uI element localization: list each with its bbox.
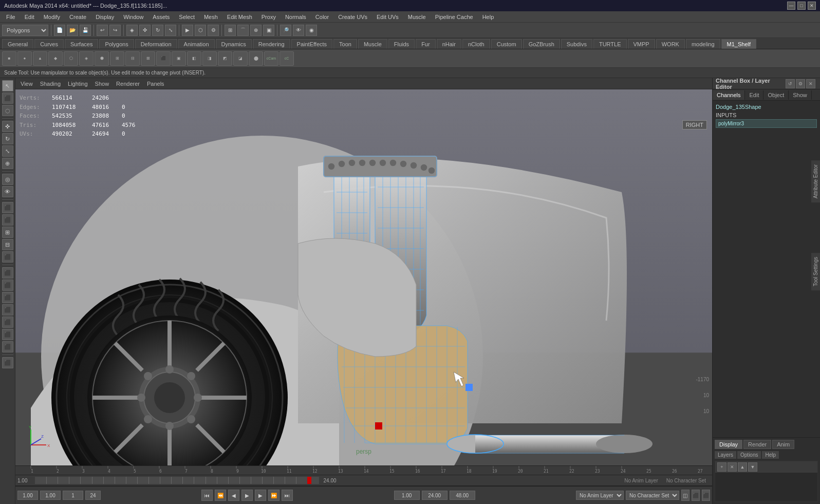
tool-opt-lt[interactable]: ⬛ <box>2 251 13 263</box>
anim-layer-dropdown[interactable]: No Anim Layer <box>576 491 624 500</box>
shelf-tab-painteffects[interactable]: PaintEffects <box>291 39 333 49</box>
menu-create-uvs[interactable]: Create UVs <box>334 13 371 21</box>
ipr-render-icon[interactable]: ⬡ <box>195 25 206 36</box>
layer-up-icon[interactable]: ▲ <box>738 462 747 472</box>
range-end-input[interactable] <box>450 491 475 500</box>
menu-file[interactable]: File <box>2 13 20 21</box>
snap-grid-icon[interactable]: ⊞ <box>225 25 236 36</box>
paint-lt[interactable]: ⬛ <box>2 341 13 352</box>
menu-edit-uvs[interactable]: Edit UVs <box>372 13 403 21</box>
snap-surface-icon[interactable]: ▣ <box>263 25 274 36</box>
shelf-tab-custom[interactable]: Custom <box>491 39 522 49</box>
menu-mesh[interactable]: Mesh <box>200 13 222 21</box>
menu-help[interactable]: Help <box>478 13 498 21</box>
next-key-button[interactable]: ⏩ <box>268 490 279 501</box>
snap-point-icon[interactable]: ⊕ <box>250 25 262 36</box>
menu-pipeline-cache[interactable]: Pipeline Cache <box>431 13 477 21</box>
shelf-tab-nhair[interactable]: nHair <box>437 39 461 49</box>
shelf-tab-gozbrush[interactable]: GoZBrush <box>523 39 560 49</box>
close-button[interactable]: ✕ <box>808 2 816 10</box>
br-option-options[interactable]: Options <box>737 451 761 459</box>
menu-normals[interactable]: Normals <box>281 13 310 21</box>
3d-viewport[interactable]: Verts: 566114 24206 Edges: 1107418 48016… <box>15 89 712 465</box>
shelf-tab-surfaces[interactable]: Surfaces <box>65 39 98 49</box>
menu-muscle[interactable]: Muscle <box>404 13 430 21</box>
shelf-tab-subdivs[interactable]: Subdivs <box>561 39 592 49</box>
menu-window[interactable]: Window <box>119 13 147 21</box>
vp-show-menu[interactable]: Show <box>92 80 113 88</box>
shelf-icon-15[interactable]: ◩ <box>218 51 232 66</box>
ch-tab-channels[interactable]: Channels <box>713 90 745 100</box>
extrude-lt[interactable]: ⬛ <box>2 316 13 328</box>
vp-panels-menu[interactable]: Panels <box>144 80 167 88</box>
ch-tab-object[interactable]: Object <box>763 90 789 100</box>
vp-lighting-menu[interactable]: Lighting <box>65 80 91 88</box>
shelf-tab-turtle[interactable]: TURTLE <box>593 39 627 49</box>
vp-view-menu[interactable]: View <box>17 80 36 88</box>
br-option-help[interactable]: Help <box>762 451 779 459</box>
shelf-tab-dynamics[interactable]: Dynamics <box>216 39 252 49</box>
grid-lt[interactable]: ⊞ <box>2 227 13 238</box>
br-option-layers[interactable]: Layers <box>715 451 736 459</box>
menu-assets[interactable]: Assets <box>148 13 174 21</box>
paint-select-icon[interactable]: ⬛ <box>2 92 13 104</box>
select-tool-icon[interactable]: ◈ <box>126 25 138 36</box>
br-tab-display[interactable]: Display <box>715 440 742 449</box>
new-scene-icon[interactable]: 📄 <box>54 25 65 36</box>
menu-display[interactable]: Display <box>91 13 118 21</box>
vp-shading-menu[interactable]: Shading <box>37 80 64 88</box>
cut-lt[interactable]: ⬛ <box>2 329 13 340</box>
menu-edit[interactable]: Edit <box>21 13 39 21</box>
ch-icon-3[interactable]: ✕ <box>806 79 815 88</box>
shelf-icon-9[interactable]: ⊟ <box>125 51 140 66</box>
shelf-tab-vmpp[interactable]: VMPP <box>628 39 655 49</box>
shelf-tab-general[interactable]: General <box>2 39 33 49</box>
ch-icon-1[interactable]: ↺ <box>786 79 795 88</box>
universal-tool-lt[interactable]: ⊕ <box>2 158 13 169</box>
range-start-input[interactable] <box>422 491 448 500</box>
snap-curve-icon[interactable]: ⌒ <box>237 25 249 36</box>
next-frame-button[interactable]: ▶ <box>255 490 266 501</box>
shelf-icon-5[interactable]: ⬡ <box>64 51 78 66</box>
shelf-icon-cc[interactable]: cC <box>279 51 294 66</box>
shelf-tab-fluids[interactable]: Fluids <box>388 39 415 49</box>
br-tab-anim[interactable]: Anim <box>772 440 794 449</box>
shelf-tab-m1shelf[interactable]: M1_Shelf <box>721 39 756 49</box>
shelf-tab-animation[interactable]: Animation <box>178 39 215 49</box>
shelf-icon-16[interactable]: ◪ <box>233 51 248 66</box>
lasso-select-icon[interactable]: ◌ <box>2 105 13 116</box>
render-lt[interactable]: ⬛ <box>2 214 13 226</box>
shelf-icon-3[interactable]: ▲ <box>33 51 47 66</box>
shelf-tab-modeling[interactable]: modeling <box>686 39 720 49</box>
render-icon[interactable]: ▶ <box>182 25 193 36</box>
crease-lt[interactable]: ⬛ <box>2 267 13 278</box>
menu-select[interactable]: Select <box>175 13 199 21</box>
vp-renderer-menu[interactable]: Renderer <box>113 80 143 88</box>
undo-icon[interactable]: ↩ <box>97 25 108 36</box>
bc-icon-1[interactable]: ◫ <box>681 490 689 501</box>
redo-icon[interactable]: ↪ <box>109 25 121 36</box>
shelf-icon-7[interactable]: ⬢ <box>95 51 109 66</box>
time-current-input[interactable] <box>394 491 420 500</box>
menu-proxy[interactable]: Proxy <box>257 13 280 21</box>
shelf-icon-14[interactable]: ◨ <box>202 51 217 66</box>
shelf-icon-11[interactable]: ⬛ <box>156 51 171 66</box>
isolate-icon[interactable]: ◉ <box>306 25 317 36</box>
shelf-tab-deformation[interactable]: Deformation <box>135 39 177 49</box>
scale-tool-lt[interactable]: ⤡ <box>2 145 13 157</box>
frame-range-input[interactable] <box>85 491 101 500</box>
menu-color[interactable]: Color <box>311 13 333 21</box>
scale-tool-icon[interactable]: ⤡ <box>165 25 176 36</box>
menu-create[interactable]: Create <box>65 13 90 21</box>
shelf-icon-10[interactable]: ⊠ <box>141 51 155 66</box>
maximize-button[interactable]: □ <box>797 2 806 10</box>
go-start-button[interactable]: ⏮ <box>201 490 213 501</box>
shelf-icon-6[interactable]: ◈ <box>79 51 94 66</box>
shelf-tab-curves[interactable]: Curves <box>34 39 64 49</box>
layer-new-icon[interactable]: + <box>717 462 726 472</box>
prev-key-button[interactable]: ⏪ <box>215 490 226 501</box>
rotate-tool-icon[interactable]: ↻ <box>152 25 163 36</box>
move-tool-lt[interactable]: ✜ <box>2 121 13 132</box>
layer-delete-icon[interactable]: ✕ <box>728 462 737 472</box>
ch-icon-2[interactable]: ⚙ <box>796 79 805 88</box>
